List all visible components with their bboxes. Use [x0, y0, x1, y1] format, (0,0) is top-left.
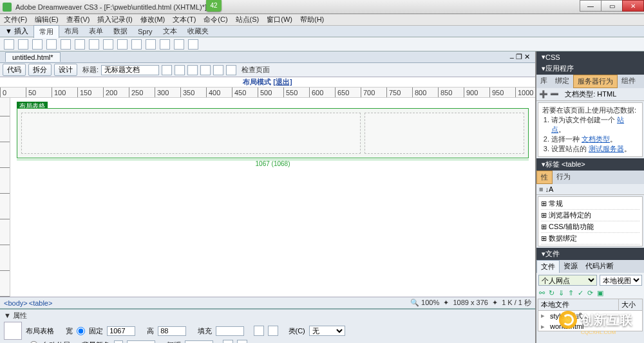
app-panel-header[interactable]: 应用程序 — [536, 62, 644, 75]
comment-icon[interactable] — [131, 39, 142, 50]
cellpad-input[interactable] — [216, 326, 244, 336]
sync-icon[interactable]: ⟳ — [587, 289, 593, 297]
menu-view[interactable]: 查看(V) — [66, 15, 90, 24]
menu-commands[interactable]: 命令(C) — [204, 15, 227, 24]
exit-layout-mode-link[interactable]: [退出] — [273, 78, 292, 86]
clear-widths-icon[interactable] — [268, 326, 278, 336]
tag-tab-behavior[interactable]: 行为 — [553, 171, 574, 184]
templates-icon[interactable] — [174, 39, 184, 50]
testserver-link[interactable]: 测试服务器 — [589, 145, 624, 153]
tag-group-general[interactable]: 常规 — [541, 198, 639, 210]
clear-heights-icon[interactable] — [254, 326, 264, 336]
refresh-files-icon[interactable]: ↻ — [549, 289, 554, 297]
connect-icon[interactable]: ⚯ — [539, 289, 545, 297]
width-fixed-radio[interactable] — [77, 327, 85, 335]
hyperlink-icon[interactable] — [4, 39, 14, 50]
image-icon[interactable] — [75, 39, 85, 50]
insert-label[interactable]: ▼ 插入 — [0, 26, 33, 36]
height-input[interactable] — [158, 326, 186, 336]
view-design-button[interactable]: 设计 — [54, 64, 77, 76]
cellspace-input[interactable] — [185, 340, 213, 344]
layout-table[interactable] — [17, 108, 529, 158]
page-title-input[interactable] — [101, 65, 159, 75]
close-button[interactable]: ✕ — [622, 0, 644, 12]
insert-tab-common[interactable]: 常用 — [33, 25, 59, 38]
div-icon[interactable] — [61, 39, 71, 50]
bgcolor-input[interactable] — [127, 340, 155, 344]
menu-insert[interactable]: 插入记录(I) — [97, 15, 132, 24]
doc-minimize-icon[interactable]: – — [510, 53, 514, 61]
view-options-icon[interactable] — [200, 65, 211, 75]
refresh-icon[interactable] — [187, 65, 198, 75]
col-size[interactable]: 大小 — [619, 299, 642, 310]
col-local[interactable]: 本地文件 — [538, 299, 619, 310]
view-select[interactable]: 本地视图 — [600, 275, 642, 286]
width-input[interactable] — [107, 326, 135, 336]
css-panel-header[interactable]: CSS — [536, 51, 644, 62]
layout-cell-1[interactable] — [21, 113, 361, 154]
doctype-link[interactable]: 文档类型 — [582, 135, 610, 143]
menu-help[interactable]: 帮助(H) — [300, 15, 324, 24]
app-tab-server[interactable]: 服务器行为 — [573, 75, 618, 88]
tag-group-browser[interactable]: 浏览器特定的 — [541, 210, 639, 221]
class-select[interactable]: 无 — [309, 326, 345, 336]
insert-tab-spry[interactable]: Spry — [133, 26, 158, 37]
width-auto-radio[interactable] — [30, 341, 38, 344]
remove-nesting-icon[interactable] — [223, 340, 233, 343]
anchor-icon[interactable] — [32, 39, 43, 50]
zoom-indicator[interactable]: 🔍 100% — [410, 299, 439, 306]
design-canvas[interactable]: 布局表格 1067 (1068) — [10, 98, 535, 297]
email-icon[interactable] — [18, 39, 28, 50]
tag-tab-attr[interactable]: 性 — [536, 171, 553, 184]
doc-restore-icon[interactable]: ❐ — [516, 53, 522, 61]
insert-tab-form[interactable]: 表单 — [84, 25, 108, 37]
bgcolor-swatch[interactable] — [114, 340, 123, 343]
insert-tab-fav[interactable]: 收藏夹 — [182, 25, 214, 37]
visual-aids-icon[interactable] — [213, 65, 223, 75]
date-icon[interactable] — [103, 39, 113, 50]
table-icon[interactable] — [46, 39, 57, 50]
checkout-icon[interactable]: ✓ — [578, 289, 583, 297]
server-icon[interactable] — [117, 39, 128, 50]
files-tab-assets[interactable]: 资源 — [560, 260, 582, 273]
menu-window[interactable]: 窗口(W) — [267, 15, 292, 24]
check-page-label[interactable]: 检查页面 — [242, 65, 270, 75]
app-tab-db[interactable]: 库 — [536, 75, 551, 88]
insert-tab-data[interactable]: 数据 — [108, 25, 133, 37]
menu-text[interactable]: 文本(T) — [173, 15, 196, 24]
tag-group-data[interactable]: 数据绑定 — [541, 233, 639, 245]
maximize-button[interactable]: ▭ — [601, 0, 623, 12]
script-icon[interactable] — [160, 39, 170, 50]
canvas-dimensions[interactable]: 1089 x 376 — [453, 299, 488, 306]
insert-tab-text[interactable]: 文本 — [158, 25, 182, 37]
document-tab[interactable]: untitled.html* — [5, 52, 61, 62]
minimize-button[interactable]: — — [580, 0, 601, 12]
browser-icon[interactable] — [175, 65, 185, 75]
properties-header[interactable]: ▼ 属性 — [4, 311, 531, 320]
menu-site[interactable]: 站点(S) — [236, 15, 260, 24]
file-row[interactable]: works.html — [538, 322, 642, 331]
tag-selector[interactable]: <body><table> — [4, 299, 53, 307]
files-tab-files[interactable]: 文件 — [536, 260, 560, 273]
media-icon[interactable] — [89, 39, 99, 50]
expand-icon[interactable]: ▣ — [597, 289, 603, 297]
put-icon[interactable]: ⇑ — [568, 289, 574, 297]
doc-close-icon[interactable]: ✕ — [524, 53, 530, 61]
site-select[interactable]: 个人网点 — [538, 275, 597, 286]
files-panel-header[interactable]: 文件 — [536, 248, 644, 260]
check-page-icon[interactable] — [226, 65, 236, 75]
layout-cell-2[interactable] — [365, 113, 524, 154]
view-code-button[interactable]: 代码 — [3, 64, 26, 76]
insert-tab-layout[interactable]: 布局 — [59, 25, 84, 37]
app-tab-bind[interactable]: 绑定 — [551, 75, 573, 88]
file-row[interactable]: style (样式... — [538, 311, 642, 322]
tag-chooser-icon[interactable] — [188, 39, 198, 50]
files-tab-snippets[interactable]: 代码片断 — [582, 260, 618, 273]
make-widths-consistent-icon[interactable] — [237, 340, 247, 343]
validate-icon[interactable] — [162, 65, 172, 75]
menu-modify[interactable]: 修改(M) — [140, 15, 166, 24]
head-icon[interactable] — [146, 39, 156, 50]
menu-edit[interactable]: 编辑(E) — [35, 15, 59, 24]
tag-group-css[interactable]: CSS/辅助功能 — [541, 221, 639, 233]
app-tab-comp[interactable]: 组件 — [618, 75, 639, 88]
